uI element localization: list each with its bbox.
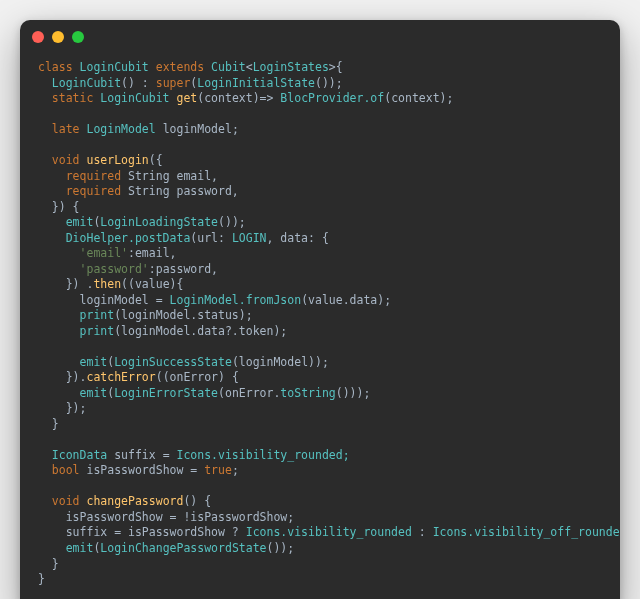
t: LoginCubit bbox=[80, 60, 156, 74]
t: 'email' bbox=[80, 246, 128, 260]
t: (onError. bbox=[218, 386, 280, 400]
t: }); bbox=[38, 401, 86, 415]
t: suffix = bbox=[114, 448, 176, 462]
t bbox=[38, 246, 80, 260]
t: then bbox=[93, 277, 121, 291]
t: bool bbox=[38, 463, 86, 477]
t: super bbox=[156, 76, 191, 90]
t: print bbox=[38, 324, 114, 338]
t: email, bbox=[176, 169, 218, 183]
t: (context)=> bbox=[197, 91, 280, 105]
t: LOGIN bbox=[232, 231, 267, 245]
t: }). bbox=[38, 370, 86, 384]
t: Icons.visibility_rounded; bbox=[176, 448, 349, 462]
t: catchError bbox=[86, 370, 155, 384]
t: emit bbox=[38, 215, 93, 229]
t: ())); bbox=[336, 386, 371, 400]
t: ((value){ bbox=[121, 277, 183, 291]
t: } bbox=[38, 557, 59, 571]
t: } bbox=[38, 417, 59, 431]
t: loginModel = bbox=[38, 293, 170, 307]
t: () : bbox=[121, 76, 156, 90]
t: void bbox=[38, 494, 86, 508]
t: >{ bbox=[329, 60, 343, 74]
t: }) { bbox=[38, 200, 80, 214]
t: void bbox=[38, 153, 86, 167]
t: (value.data); bbox=[301, 293, 391, 307]
t: extends bbox=[156, 60, 211, 74]
t: isPasswordShow = bbox=[86, 463, 204, 477]
t: LoginCubit bbox=[100, 91, 176, 105]
t: 'password' bbox=[80, 262, 149, 276]
t: userLogin bbox=[86, 153, 148, 167]
t: LoginChangePasswordState bbox=[100, 541, 266, 555]
t: String bbox=[128, 169, 176, 183]
t: BlocProvider.of bbox=[280, 91, 384, 105]
t: String bbox=[128, 184, 176, 198]
code-window: class LoginCubit extends Cubit<LoginStat… bbox=[20, 20, 620, 599]
t: (loginModel)); bbox=[232, 355, 329, 369]
t: (url: bbox=[190, 231, 232, 245]
t: late bbox=[38, 122, 86, 136]
t: password, bbox=[176, 184, 238, 198]
t: suffix = isPasswordShow ? bbox=[38, 525, 246, 539]
t: ()); bbox=[315, 76, 343, 90]
zoom-icon[interactable] bbox=[72, 31, 84, 43]
t: emit bbox=[38, 355, 107, 369]
t: : bbox=[419, 525, 433, 539]
t: toString bbox=[280, 386, 335, 400]
t: LoginStates bbox=[253, 60, 329, 74]
t: () { bbox=[183, 494, 211, 508]
t: loginModel; bbox=[163, 122, 239, 136]
t: ()); bbox=[218, 215, 246, 229]
t: isPasswordShow = !isPasswordShow; bbox=[38, 510, 294, 524]
t: ((onError) { bbox=[156, 370, 239, 384]
t: ()); bbox=[267, 541, 295, 555]
t: true bbox=[204, 463, 232, 477]
t: :password, bbox=[149, 262, 218, 276]
minimize-icon[interactable] bbox=[52, 31, 64, 43]
t: LoginErrorState bbox=[114, 386, 218, 400]
t: required bbox=[38, 184, 128, 198]
t: IconData bbox=[38, 448, 114, 462]
window-titlebar bbox=[20, 20, 620, 54]
t: LoginCubit bbox=[38, 76, 121, 90]
t: Icons.visibility_rounded bbox=[246, 525, 419, 539]
t: ({ bbox=[149, 153, 163, 167]
t: emit bbox=[38, 386, 107, 400]
t: (loginModel.status); bbox=[114, 308, 252, 322]
code-block: class LoginCubit extends Cubit<LoginStat… bbox=[20, 54, 620, 599]
t: LoginSuccessState bbox=[114, 355, 232, 369]
t: Cubit bbox=[211, 60, 246, 74]
t: static bbox=[38, 91, 100, 105]
t: get bbox=[176, 91, 197, 105]
t: < bbox=[246, 60, 253, 74]
t bbox=[38, 262, 80, 276]
t: ; bbox=[232, 463, 239, 477]
close-icon[interactable] bbox=[32, 31, 44, 43]
t: , data: { bbox=[267, 231, 329, 245]
t: print bbox=[38, 308, 114, 322]
t: changePassword bbox=[86, 494, 183, 508]
t: emit bbox=[38, 541, 93, 555]
t: (context); bbox=[384, 91, 453, 105]
t: LoginModel.fromJson bbox=[170, 293, 302, 307]
t: (loginModel.data?.token); bbox=[114, 324, 287, 338]
t: class bbox=[38, 60, 80, 74]
t: required bbox=[38, 169, 128, 183]
t: LoginLoadingState bbox=[100, 215, 218, 229]
t: :email, bbox=[128, 246, 176, 260]
t: DioHelper.postData bbox=[38, 231, 190, 245]
t: Icons.visibility_off_rounded; bbox=[433, 525, 620, 539]
t: }) . bbox=[38, 277, 93, 291]
t: } bbox=[38, 572, 45, 586]
t: LoginModel bbox=[86, 122, 162, 136]
t: LoginInitialState bbox=[197, 76, 315, 90]
